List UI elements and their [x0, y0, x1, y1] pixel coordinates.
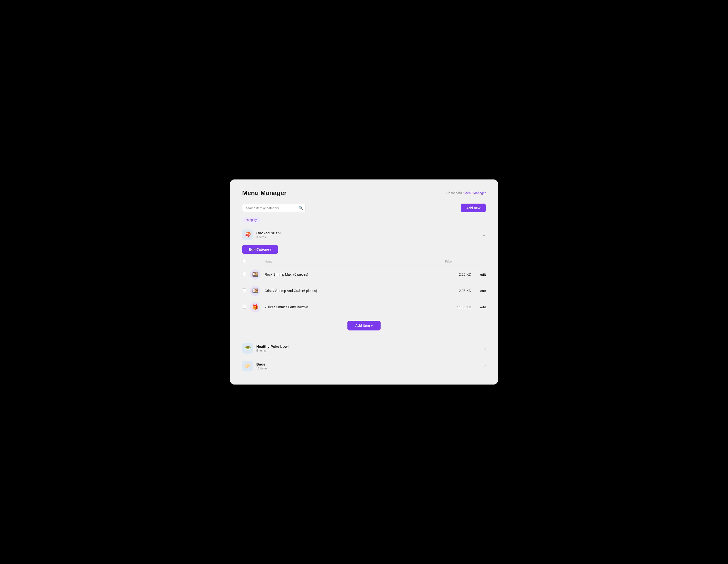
items-table: Name Price 🍱 Rock Shrimp Maki (6 pieces)… [242, 258, 486, 315]
app-container: Menu Manager Dashboard / Menu Manager 🔍 … [230, 180, 498, 384]
item-name-1: Rock Shrimp Maki (6 pieces) [265, 267, 402, 283]
toolbar: 🔍 Add new [242, 204, 486, 212]
breadcrumb-parent: Dashboard [446, 191, 462, 195]
category-count-healthy-poke: 5 items [256, 349, 289, 352]
category-count-baos: 11 items [256, 367, 267, 370]
edit-category-button[interactable]: Edit Category [242, 245, 278, 254]
header: Menu Manager Dashboard / Menu Manager [242, 189, 486, 197]
breadcrumb-separator: / [463, 191, 464, 195]
category-count-cooked-sushi: 3 items [256, 236, 281, 239]
chevron-left-icon-baos: ‹ [484, 363, 486, 369]
item-edit-button-3[interactable]: edit [471, 299, 486, 315]
category-filter-badge[interactable]: category [242, 217, 486, 227]
table-row: 🍱 Crispy Shrimp And Crab (6 pieces) 2.95… [242, 283, 486, 299]
table-row: 🍱 Rock Shrimp Maki (6 pieces) 2.25 KD ed… [242, 267, 486, 283]
item-edit-button-1[interactable]: edit [471, 267, 486, 283]
chevron-down-icon: ⌄ [482, 232, 486, 238]
category-row-healthy-poke-bowl[interactable]: 🥗 Healthy Poke bowl 5 items ‹ [242, 339, 486, 357]
item-price-3: 11.95 KD [402, 299, 471, 315]
category-name-baos: Baos [256, 362, 267, 366]
breadcrumb: Dashboard / Menu Manager [446, 191, 486, 195]
search-wrapper: 🔍 [242, 204, 306, 212]
item-edit-button-2[interactable]: edit [471, 283, 486, 299]
search-input[interactable] [242, 204, 306, 212]
item-price-2: 2.95 KD [402, 283, 471, 299]
add-new-button[interactable]: Add new [461, 204, 486, 212]
category-name-healthy-poke: Healthy Poke bowl [256, 344, 289, 348]
category-cooked-sushi: 🍣 Cooked Sushi 3 items ⌄ Edit Category [242, 227, 486, 330]
item-name-3: 2 Tier Summer Party Boxrr4r [265, 299, 402, 315]
category-row-baos[interactable]: 🥟 Baos 11 items ‹ [242, 357, 486, 375]
category-name-cooked-sushi: Cooked Sushi [256, 231, 281, 235]
table-row: 🎁 2 Tier Summer Party Boxrr4r 11.95 KD e… [242, 299, 486, 315]
divider [242, 337, 486, 337]
item-thumb-2: 🍱 [250, 285, 260, 296]
category-thumb-healthy-poke: 🥗 [242, 343, 253, 353]
breadcrumb-current[interactable]: Menu Manager [465, 191, 486, 195]
chevron-left-icon-healthy-poke: ‹ [484, 346, 486, 351]
select-all-checkbox[interactable] [242, 259, 246, 263]
filter-badge-label: category [242, 217, 260, 223]
item-name-2: Crispy Shrimp And Crab (6 pieces) [265, 283, 402, 299]
page-title: Menu Manager [242, 189, 287, 197]
item-checkbox-3[interactable] [242, 304, 246, 308]
item-thumb-1: 🍱 [250, 269, 260, 280]
add-item-button[interactable]: Add item + [347, 321, 381, 330]
item-thumb-3: 🎁 [250, 302, 260, 312]
item-checkbox-1[interactable] [242, 272, 246, 276]
col-header-name: Name [265, 258, 402, 267]
category-thumb-cooked-sushi: 🍣 [242, 230, 253, 240]
item-price-1: 2.25 KD [402, 267, 471, 283]
category-row-cooked-sushi[interactable]: 🍣 Cooked Sushi 3 items ⌄ [242, 227, 486, 243]
col-header-price: Price [402, 258, 471, 267]
category-thumb-baos: 🥟 [242, 361, 253, 371]
item-checkbox-2[interactable] [242, 288, 246, 292]
